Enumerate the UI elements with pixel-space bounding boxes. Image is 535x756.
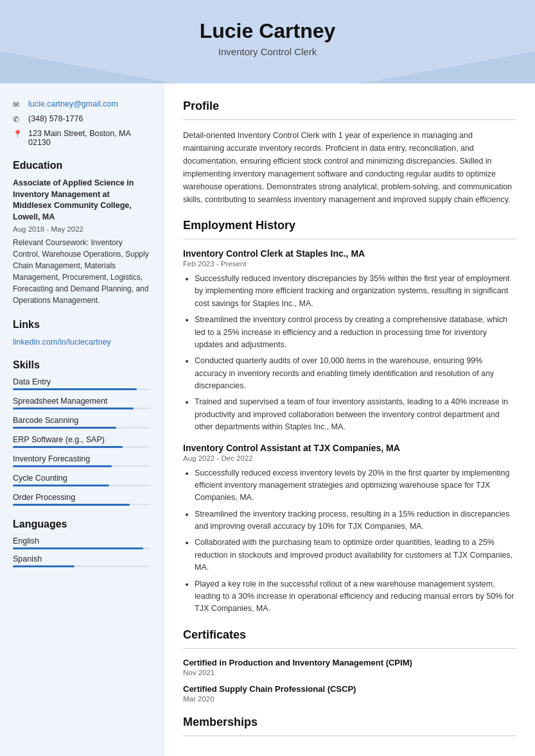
cert-entry: Certified in Production and Inventory Ma… bbox=[183, 658, 516, 676]
cert-title: Certified Supply Chain Professional (CSC… bbox=[183, 684, 516, 694]
bullet-item: Successfully reduced excess inventory le… bbox=[195, 467, 516, 504]
education-coursework: Relevant Coursework: Inventory Control, … bbox=[13, 237, 150, 306]
skill-bar-bg bbox=[13, 465, 150, 467]
certificates-section-title: Certificates bbox=[183, 628, 516, 642]
skill-item: Barcode Scanning bbox=[13, 416, 150, 429]
skill-bar-fill bbox=[13, 446, 123, 448]
employment-section: Employment History Inventory Control Cle… bbox=[183, 219, 516, 615]
linkedin-link-item: linkedin.com/in/luciecartney bbox=[13, 337, 150, 347]
skill-bar-fill bbox=[13, 408, 134, 409]
skills-section-title: Skills bbox=[13, 359, 150, 371]
job-entry: Inventory Control Assistant at TJX Compa… bbox=[183, 443, 516, 615]
cert-title: Certified in Production and Inventory Ma… bbox=[183, 658, 516, 667]
memberships-divider bbox=[183, 735, 516, 736]
education-date: Aug 2018 - May 2022 bbox=[13, 225, 150, 233]
skill-bar-fill bbox=[13, 485, 109, 486]
skill-label: Data Entry bbox=[13, 377, 150, 386]
skill-bar-bg bbox=[13, 504, 150, 506]
language-item: English bbox=[13, 537, 150, 549]
candidate-name: Lucie Cartney bbox=[13, 19, 522, 43]
location-icon: 📍 bbox=[13, 130, 23, 139]
skill-bar-bg bbox=[13, 446, 150, 448]
bullet-item: Streamlined the inventory control proces… bbox=[195, 314, 516, 351]
job-bullets: Successfully reduced inventory discrepan… bbox=[195, 273, 516, 434]
employment-section-title: Employment History bbox=[183, 219, 516, 232]
language-bar-fill bbox=[13, 565, 75, 567]
language-bar-bg bbox=[13, 547, 150, 549]
certs-list: Certified in Production and Inventory Ma… bbox=[183, 658, 516, 703]
skill-item: Spreadsheet Management bbox=[13, 397, 150, 409]
skills-list: Data Entry Spreadsheet Management Barcod… bbox=[13, 377, 150, 506]
skill-item: Inventory Forecasting bbox=[13, 454, 150, 467]
skill-label: Inventory Forecasting bbox=[13, 454, 150, 463]
profile-text: Detail-oriented Inventory Control Clerk … bbox=[183, 129, 516, 206]
bullet-item: Trained and supervised a team of four in… bbox=[195, 396, 516, 433]
certificates-divider bbox=[183, 648, 516, 649]
bullet-item: Successfully reduced inventory discrepan… bbox=[195, 273, 516, 310]
cert-entry: Certified Supply Chain Professional (CSC… bbox=[183, 684, 516, 703]
bullet-item: Played a key role in the successful roll… bbox=[195, 578, 516, 615]
job-date: Feb 2023 - Present bbox=[183, 260, 516, 268]
skill-bar-fill bbox=[13, 427, 116, 429]
bullet-item: Streamlined the inventory tracking proce… bbox=[195, 508, 516, 533]
languages-section-title: Languages bbox=[13, 519, 150, 530]
skill-item: Data Entry bbox=[13, 377, 150, 390]
skill-bar-bg bbox=[13, 388, 150, 390]
job-entry: Inventory Control Clerk at Staples Inc.,… bbox=[183, 248, 516, 434]
bullet-item: Conducted quarterly audits of over 10,00… bbox=[195, 355, 516, 392]
contact-address: 📍 123 Main Street, Boston, MA 02130 bbox=[13, 129, 150, 147]
job-title: Inventory Control Clerk at Staples Inc.,… bbox=[183, 248, 516, 259]
memberships-section: Memberships bbox=[183, 716, 516, 736]
links-section-title: Links bbox=[13, 319, 150, 331]
skill-label: Cycle Counting bbox=[13, 474, 150, 483]
skill-label: Spreadsheet Management bbox=[13, 397, 150, 406]
skill-label: ERP Software (e.g., SAP) bbox=[13, 435, 150, 444]
main-content: Profile Detail-oriented Inventory Contro… bbox=[164, 83, 535, 756]
skill-bar-fill bbox=[13, 465, 112, 467]
bullet-item: Collaborated with the purchasing team to… bbox=[195, 537, 516, 574]
skill-bar-bg bbox=[13, 485, 150, 486]
skill-item: Order Processing bbox=[13, 493, 150, 506]
job-date: Aug 2022 - Dec 2022 bbox=[183, 454, 516, 462]
language-label: Spanish bbox=[13, 554, 150, 563]
skill-item: ERP Software (e.g., SAP) bbox=[13, 435, 150, 448]
email-icon: ✉ bbox=[13, 100, 23, 109]
language-item: Spanish bbox=[13, 554, 150, 567]
candidate-title: Inventory Control Clerk bbox=[13, 46, 522, 57]
email-link[interactable]: lucie.cartney@gmail.com bbox=[28, 99, 118, 108]
skill-label: Order Processing bbox=[13, 493, 150, 502]
contact-email: ✉ lucie.cartney@gmail.com bbox=[13, 99, 150, 109]
skill-bar-bg bbox=[13, 408, 150, 409]
profile-section-title: Profile bbox=[183, 99, 516, 113]
employment-divider bbox=[183, 239, 516, 239]
job-title: Inventory Control Assistant at TJX Compa… bbox=[183, 443, 516, 453]
education-section-title: Education bbox=[13, 160, 150, 171]
education-degree: Associate of Applied Science in Inventor… bbox=[13, 178, 150, 223]
main-layout: ✉ lucie.cartney@gmail.com ✆ (348) 578-17… bbox=[0, 83, 535, 756]
cert-date: Nov 2021 bbox=[183, 669, 516, 676]
skill-bar-fill bbox=[13, 388, 137, 390]
language-label: English bbox=[13, 537, 150, 546]
contact-phone: ✆ (348) 578-1776 bbox=[13, 114, 150, 124]
profile-section: Profile Detail-oriented Inventory Contro… bbox=[183, 99, 516, 206]
skill-bar-fill bbox=[13, 504, 130, 506]
profile-divider bbox=[183, 119, 516, 120]
phone-icon: ✆ bbox=[13, 115, 23, 124]
skill-bar-bg bbox=[13, 427, 150, 429]
languages-list: English Spanish bbox=[13, 537, 150, 567]
phone-number: (348) 578-1776 bbox=[28, 114, 83, 123]
resume-header: Lucie Cartney Inventory Control Clerk bbox=[0, 0, 535, 83]
address-text: 123 Main Street, Boston, MA 02130 bbox=[28, 129, 150, 147]
sidebar: ✉ lucie.cartney@gmail.com ✆ (348) 578-17… bbox=[0, 83, 164, 756]
language-bar-bg bbox=[13, 565, 150, 567]
certificates-section: Certificates Certified in Production and… bbox=[183, 628, 516, 703]
language-bar-fill bbox=[13, 547, 143, 549]
cert-date: Mar 2020 bbox=[183, 695, 516, 703]
skill-label: Barcode Scanning bbox=[13, 416, 150, 425]
memberships-section-title: Memberships bbox=[183, 716, 516, 729]
linkedin-link[interactable]: linkedin.com/in/luciecartney bbox=[13, 338, 111, 347]
job-bullets: Successfully reduced excess inventory le… bbox=[195, 467, 516, 615]
skill-item: Cycle Counting bbox=[13, 474, 150, 486]
jobs-list: Inventory Control Clerk at Staples Inc.,… bbox=[183, 248, 516, 615]
